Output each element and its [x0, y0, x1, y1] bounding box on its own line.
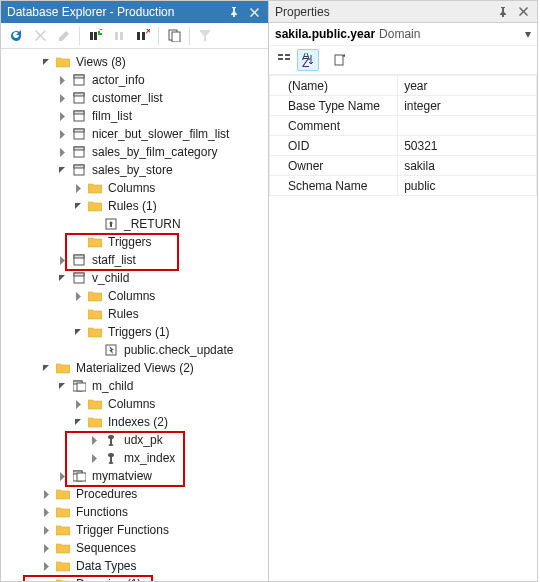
tree-node-matview[interactable]: m_child	[5, 377, 268, 395]
svg-text:Z: Z	[302, 56, 309, 67]
expand-icon[interactable]	[57, 471, 68, 482]
pin-icon[interactable]	[495, 4, 511, 20]
collapse-icon[interactable]	[41, 57, 52, 68]
tree-node-view[interactable]: v_child	[5, 269, 268, 287]
tree-node-folder[interactable]: Trigger Functions	[5, 521, 268, 539]
breadcrumb[interactable]: sakila.public.year Domain ▾	[269, 23, 537, 46]
collapse-icon[interactable]	[57, 381, 68, 392]
collapse-icon[interactable]	[41, 579, 52, 582]
property-row[interactable]: OID50321	[270, 136, 537, 156]
tree-node-view[interactable]: actor_info	[5, 71, 268, 89]
collapse-icon[interactable]	[57, 165, 68, 176]
expand-icon[interactable]	[89, 453, 100, 464]
dropdown-icon[interactable]: ▾	[525, 27, 531, 41]
collapse-icon[interactable]	[41, 363, 52, 374]
tree-node-folder[interactable]: Indexes (2)	[5, 413, 268, 431]
expand-icon[interactable]	[89, 435, 100, 446]
tree-node-folder[interactable]: Columns	[5, 395, 268, 413]
property-row[interactable]: (Name)year	[270, 76, 537, 96]
expand-icon[interactable]	[73, 399, 84, 410]
trigger-icon	[103, 342, 119, 358]
expand-icon[interactable]	[41, 561, 52, 572]
close-icon[interactable]	[515, 4, 531, 20]
property-value[interactable]: integer	[398, 96, 537, 116]
collapse-icon[interactable]	[57, 273, 68, 284]
copy-button[interactable]	[163, 25, 185, 47]
collapse-icon[interactable]	[73, 201, 84, 212]
tree-node-view[interactable]: sales_by_store	[5, 161, 268, 179]
svg-rect-1	[94, 32, 97, 40]
tree-node-folder[interactable]: Data Types	[5, 557, 268, 575]
expand-icon[interactable]	[57, 111, 68, 122]
tree-node-folder[interactable]: Rules	[5, 305, 268, 323]
property-row[interactable]: Schema Namepublic	[270, 176, 537, 196]
tree-node-view[interactable]: sales_by_film_category	[5, 143, 268, 161]
tree-node-folder[interactable]: Functions	[5, 503, 268, 521]
expand-icon[interactable]	[41, 525, 52, 536]
tree-node-views[interactable]: Views (8)	[5, 53, 268, 71]
refresh-button[interactable]	[5, 25, 27, 47]
property-pages-button[interactable]	[329, 49, 351, 71]
expand-icon[interactable]	[73, 291, 84, 302]
tree-node-view[interactable]: film_list	[5, 107, 268, 125]
add-connection-button[interactable]: +	[84, 25, 106, 47]
svg-rect-47	[285, 58, 290, 60]
tree-node-folder[interactable]: Columns	[5, 287, 268, 305]
svg-rect-44	[278, 54, 283, 56]
tree-node-folder[interactable]: Columns	[5, 179, 268, 197]
tree[interactable]: Views (8) actor_info customer_list film_…	[1, 49, 268, 581]
expand-icon[interactable]	[41, 489, 52, 500]
tree-node-trigger[interactable]: public.check_update	[5, 341, 268, 359]
pin-icon[interactable]	[226, 4, 242, 20]
property-value[interactable]	[398, 116, 537, 136]
tree-node-folder[interactable]: Rules (1)	[5, 197, 268, 215]
property-value[interactable]: year	[398, 76, 537, 96]
expand-icon[interactable]	[41, 543, 52, 554]
tree-node-view[interactable]: staff_list	[5, 251, 268, 269]
tree-node-rule[interactable]: _RETURN	[5, 215, 268, 233]
tree-node-index[interactable]: mx_index	[5, 449, 268, 467]
tree-node-folder[interactable]: Sequences	[5, 539, 268, 557]
expand-icon[interactable]	[73, 183, 84, 194]
folder-icon	[55, 360, 71, 376]
tree-node-view[interactable]: customer_list	[5, 89, 268, 107]
folder-icon	[55, 504, 71, 520]
expand-icon[interactable]	[57, 255, 68, 266]
property-row[interactable]: Comment	[270, 116, 537, 136]
view-icon	[71, 126, 87, 142]
property-name: Owner	[270, 156, 398, 176]
folder-icon	[55, 558, 71, 574]
property-value[interactable]: 50321	[398, 136, 537, 156]
property-value[interactable]: sakila	[398, 156, 537, 176]
expand-icon[interactable]	[57, 93, 68, 104]
svg-rect-50	[335, 55, 343, 65]
tree-node-index[interactable]: udx_pk	[5, 431, 268, 449]
tree-node-folder[interactable]: Domains (1)	[5, 575, 268, 581]
tree-node-folder[interactable]: Triggers (1)	[5, 323, 268, 341]
expand-icon[interactable]	[41, 507, 52, 518]
expand-icon[interactable]	[57, 129, 68, 140]
svg-rect-41	[77, 473, 86, 481]
categorize-button[interactable]	[273, 49, 295, 71]
folder-icon	[55, 522, 71, 538]
disconnect-button[interactable]: ×	[132, 25, 154, 47]
property-value[interactable]: public	[398, 176, 537, 196]
view-icon	[71, 108, 87, 124]
property-row[interactable]: Ownersakila	[270, 156, 537, 176]
tree-node-matview[interactable]: mymatview	[5, 467, 268, 485]
connect-button	[108, 25, 130, 47]
tree-node-folder[interactable]: Triggers	[5, 233, 268, 251]
alphabetical-button[interactable]: AZ	[297, 49, 319, 71]
expand-icon[interactable]	[57, 75, 68, 86]
view-icon	[71, 144, 87, 160]
expand-icon[interactable]	[57, 147, 68, 158]
folder-icon	[55, 576, 71, 581]
property-name: OID	[270, 136, 398, 156]
property-row[interactable]: Base Type Nameinteger	[270, 96, 537, 116]
tree-node-matviews[interactable]: Materialized Views (2)	[5, 359, 268, 377]
tree-node-view[interactable]: nicer_but_slower_film_list	[5, 125, 268, 143]
close-icon[interactable]	[246, 4, 262, 20]
collapse-icon[interactable]	[73, 417, 84, 428]
tree-node-folder[interactable]: Procedures	[5, 485, 268, 503]
collapse-icon[interactable]	[73, 327, 84, 338]
